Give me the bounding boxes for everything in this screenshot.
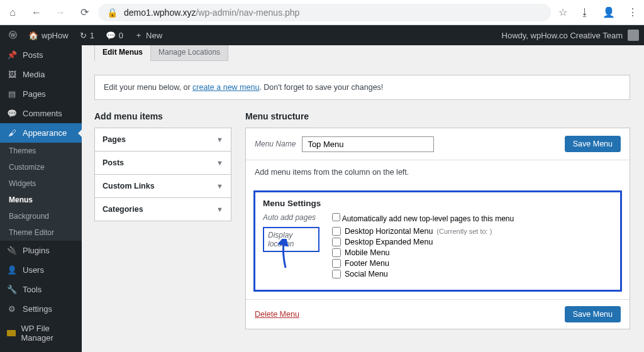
acc-custom-links[interactable]: Custom Links▼ <box>95 175 231 198</box>
chevron-down-icon: ▼ <box>216 182 223 190</box>
menu-body-hint: Add menu items from the column on the le… <box>246 160 630 188</box>
display-location-label: Display location <box>263 227 319 252</box>
sidebar-item-wpfile[interactable]: WP File Manager <box>0 319 82 348</box>
sub-item-themes[interactable]: Themes <box>0 143 82 159</box>
add-menu-items-col: Add menu items Pages▼ Posts▼ Custom Link… <box>94 111 231 329</box>
chevron-down-icon: ▼ <box>216 159 223 167</box>
tab-edit-menus[interactable]: Edit Menus <box>94 45 151 61</box>
sub-item-widgets[interactable]: Widgets <box>0 175 82 192</box>
star-icon[interactable]: ☆ <box>558 6 567 18</box>
delete-menu-link[interactable]: Delete Menu <box>255 310 299 319</box>
create-menu-link[interactable]: create a new menu <box>192 83 259 92</box>
url-path: /wp-admin/nav-menus.php <box>196 8 299 18</box>
auto-add-label: Auto add pages <box>263 213 319 222</box>
back-icon[interactable]: ← <box>30 6 43 19</box>
sidebar-item-appearance[interactable]: 🖌Appearance <box>0 123 82 143</box>
sidebar-item-pages[interactable]: ▤Pages <box>0 84 82 104</box>
loc-desktop-horizontal[interactable]: Desktop Horizontal Menu (Currently set t… <box>332 227 492 236</box>
brush-icon: 🖌 <box>6 128 18 138</box>
pin-icon: 📌 <box>6 50 18 60</box>
auto-add-checkbox-row[interactable]: Automatically add new top-level pages to… <box>332 213 514 223</box>
lock-icon: 🔒 <box>107 8 118 18</box>
site-link[interactable]: 🏠 wpHow <box>25 25 72 45</box>
howdy-text[interactable]: Howdy, wpHow.co Creative Team <box>502 31 623 40</box>
wp-logo-icon[interactable]: ⓦ <box>5 25 21 45</box>
save-menu-button-bottom[interactable]: Save Menu <box>565 306 621 322</box>
menu-name-label: Menu Name <box>255 140 296 148</box>
loc-footer[interactable]: Footer Menu <box>332 259 492 268</box>
profile-icon[interactable]: 👤 <box>602 6 615 18</box>
sidebar-item-settings[interactable]: ⚙Settings <box>0 299 82 319</box>
url-host: demo1.wphow.xyz <box>124 8 196 18</box>
download-icon[interactable]: ⭳ <box>580 7 590 18</box>
sidebar-item-users[interactable]: 👤Users <box>0 260 82 280</box>
comment-icon: 💬 <box>6 109 18 118</box>
menu-settings-highlight: Menu Settings Auto add pages Automatical… <box>253 190 622 292</box>
sidebar-item-plugins[interactable]: 🔌Plugins <box>0 241 82 260</box>
loc-desktop-expanded[interactable]: Desktop Expanded Menu <box>332 238 492 246</box>
auto-add-checkbox[interactable] <box>332 213 340 221</box>
menu-name-input[interactable] <box>302 136 434 152</box>
sliders-icon: ⚙ <box>6 304 18 314</box>
comments-icon[interactable]: 💬 0 <box>102 25 127 45</box>
save-menu-button-top[interactable]: Save Menu <box>565 136 621 152</box>
add-items-heading: Add menu items <box>94 111 231 121</box>
menu-settings-heading: Menu Settings <box>263 199 613 208</box>
chevron-down-icon: ▼ <box>216 136 223 143</box>
wrench-icon: 🔧 <box>6 285 18 294</box>
sidebar-item-media[interactable]: 🖼Media <box>0 65 82 84</box>
forward-icon: → <box>54 6 67 19</box>
plug-icon: 🔌 <box>6 246 18 255</box>
structure-heading: Menu structure <box>245 111 630 121</box>
sub-item-customize[interactable]: Customize <box>0 159 82 175</box>
folder-icon <box>6 329 16 338</box>
wp-admin-bar: ⓦ 🏠 wpHow ↻ 1 💬 0 ＋ New Howdy, wpHow.co … <box>0 25 644 45</box>
sidebar-item-comments[interactable]: 💬Comments <box>0 104 82 123</box>
sub-item-menus[interactable]: Menus <box>0 192 82 208</box>
home-icon[interactable]: ⌂ <box>6 6 19 19</box>
wp-content: Edit Menus Manage Locations Edit your me… <box>82 45 644 352</box>
acc-pages[interactable]: Pages▼ <box>95 128 231 151</box>
chevron-down-icon: ▼ <box>216 206 223 213</box>
sidebar-item-posts[interactable]: 📌Posts <box>0 45 82 65</box>
nav-tabs: Edit Menus Manage Locations <box>94 45 630 61</box>
add-items-accordion: Pages▼ Posts▼ Custom Links▼ Categories▼ <box>94 128 231 221</box>
media-icon: 🖼 <box>6 70 18 79</box>
sidebar-collapse[interactable]: ◀Collapse menu <box>0 348 82 352</box>
menu-header: Menu Name Save Menu <box>246 128 630 160</box>
edit-notice: Edit your menu below, or create a new me… <box>94 75 630 100</box>
updates-icon[interactable]: ↻ 1 <box>76 25 98 45</box>
tab-manage-locations[interactable]: Manage Locations <box>150 45 228 61</box>
sidebar-item-tools[interactable]: 🔧Tools <box>0 280 82 299</box>
display-location-list: Desktop Horizontal Menu (Currently set t… <box>332 227 492 278</box>
user-icon: 👤 <box>6 265 18 275</box>
address-bar[interactable]: 🔒 demo1.wphow.xyz/wp-admin/nav-menus.php <box>98 4 551 21</box>
sub-item-themeeditor[interactable]: Theme Editor <box>0 224 82 241</box>
wp-admin-sidebar: 📌Posts 🖼Media ▤Pages 💬Comments 🖌Appearan… <box>0 45 82 352</box>
sub-item-background[interactable]: Background <box>0 208 82 224</box>
menu-dots-icon[interactable]: ⋮ <box>628 6 638 18</box>
menu-footer: Delete Menu Save Menu <box>246 299 630 329</box>
new-link[interactable]: ＋ New <box>131 25 166 45</box>
menu-structure-col: Menu structure Menu Name Save Menu Add m… <box>245 111 630 329</box>
browser-toolbar: ⌂ ← → ⟳ 🔒 demo1.wphow.xyz/wp-admin/nav-m… <box>0 0 644 25</box>
acc-posts[interactable]: Posts▼ <box>95 151 231 175</box>
acc-categories[interactable]: Categories▼ <box>95 198 231 221</box>
appearance-submenu: Themes Customize Widgets Menus Backgroun… <box>0 143 82 241</box>
loc-mobile[interactable]: Mobile Menu <box>332 248 492 257</box>
menu-edit-frame: Menu Name Save Menu Add menu items from … <box>245 128 630 329</box>
loc-social[interactable]: Social Menu <box>332 270 492 278</box>
avatar[interactable] <box>628 30 639 41</box>
page-icon: ▤ <box>6 89 18 99</box>
reload-icon[interactable]: ⟳ <box>78 6 91 19</box>
